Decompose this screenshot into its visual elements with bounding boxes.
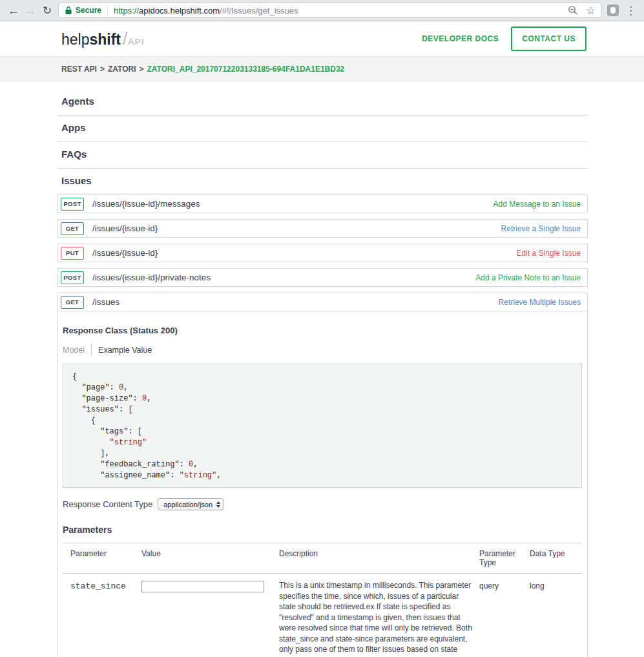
col-header-parameter-type: Parameter Type [479,549,530,567]
response-tabs: Model Example Value [63,344,582,356]
section-faqs[interactable]: FAQs [61,149,588,160]
extension-glyph [610,7,616,14]
endpoint-path: /issues/{issue-id}/messages [92,199,200,209]
tab-example-value[interactable]: Example Value [92,346,152,355]
helpshift-logo[interactable]: helpshift/API [61,29,145,49]
secure-badge: Secure [76,6,101,15]
col-header-parameter: Parameter [63,549,141,558]
endpoint-summary-link[interactable]: Add Message to an Issue [493,200,581,209]
col-header-description: Description [279,549,479,558]
endpoint-summary-link[interactable]: Add a Private Note to an Issue [475,273,581,282]
tab-model[interactable]: Model [63,346,91,355]
back-icon[interactable]: ← [5,5,22,17]
extension-icon[interactable] [607,5,619,16]
browser-chrome: ← → ↻ Secure https://apidocs.helpshift.c… [0,0,644,21]
logo-api: API [129,37,145,47]
breadcrumb-rest-api[interactable]: REST API [61,65,97,74]
logo-shift: shift [89,31,121,48]
breadcrumb: REST API > ZATORI > ZATORI_API_201707122… [0,57,644,81]
endpoint-row-post-private-notes[interactable]: POST /issues/{issue-id}/private-notes Ad… [57,268,588,287]
response-content-type-label: Response Content Type [63,499,152,509]
response-content-type-select[interactable]: application/json [158,498,223,510]
select-arrows-icon [216,501,220,508]
parameters-title: Parameters [63,525,582,535]
url-scheme: https:// [114,6,139,16]
parameter-row-state-since: state_since This is a unix timestamp in … [63,574,582,657]
breadcrumb-current[interactable]: ZATORI_API_20170712203133185-694FA1DA1E1… [147,65,345,74]
zoom-out-icon[interactable] [568,5,578,16]
endpoint-row-get-issues[interactable]: GET /issues Retrieve Multiple Issues [57,293,588,311]
browser-menu-icon[interactable]: ⋮ [625,5,636,16]
endpoint-path: /issues/{issue-id}/private-notes [92,273,211,282]
endpoint-summary-link[interactable]: Retrieve a Single Issue [501,224,581,233]
endpoint-path: /issues/{issue-id} [92,248,158,258]
selected-content-type: application/json [163,501,213,508]
response-class-title: Response Class (Status 200) [63,326,582,335]
method-badge-put: PUT [61,247,84,260]
url-text: https://apidocs.helpshift.com/#!/Issues/… [114,6,298,16]
lock-icon [65,6,72,15]
url-path: /#!/Issues/get_issues [220,6,298,16]
url-domain: apidocs.helpshift.com [139,6,220,16]
method-badge-get: GET [61,222,84,235]
endpoint-row-post-messages[interactable]: POST /issues/{issue-id}/messages Add Mes… [57,194,588,213]
forward-icon[interactable]: → [22,5,39,17]
endpoint-list: POST /issues/{issue-id}/messages Add Mes… [57,194,588,657]
section-agents[interactable]: Agents [61,96,588,107]
endpoint-summary-link[interactable]: Retrieve Multiple Issues [499,298,581,307]
method-badge-get: GET [61,296,84,309]
developer-docs-link[interactable]: DEVELOPER DOCS [422,34,499,43]
section-issues[interactable]: Issues [61,175,588,186]
endpoint-summary-link[interactable]: Edit a Single Issue [517,249,581,258]
parameter-description: This is a unix timestamp in milliseconds… [279,580,479,657]
col-header-value: Value [141,549,279,558]
logo-help: help [61,31,89,48]
col-header-data-type: Data Type [530,549,582,558]
main-content: Agents Apps FAQs Issues POST /issues/{is… [0,81,644,657]
method-badge-post: POST [61,271,84,284]
endpoint-row-put-issue[interactable]: PUT /issues/{issue-id} Edit a Single Iss… [57,244,588,262]
endpoint-row-get-issue[interactable]: GET /issues/{issue-id} Retrieve a Single… [57,219,588,238]
url-bar[interactable]: Secure https://apidocs.helpshift.com/#!/… [58,3,602,18]
state-since-input[interactable] [141,581,264,592]
endpoint-path: /issues [92,297,119,307]
reload-icon[interactable]: ↻ [39,5,56,16]
parameter-name: state_since [63,580,141,591]
parameter-type: query [479,580,530,590]
logo-slash: / [123,29,128,49]
example-json-block: { "page": 0, "page-size": 0, "issues": [… [63,364,582,488]
site-header: helpshift/API DEVELOPER DOCS CONTACT US [0,21,644,57]
breadcrumb-zatori[interactable]: ZATORI [108,65,136,74]
contact-us-button[interactable]: CONTACT US [511,26,587,51]
parameters-table-header: Parameter Value Description Parameter Ty… [63,543,582,574]
bookmark-star-icon[interactable]: ☆ [586,5,596,16]
section-apps[interactable]: Apps [61,122,588,133]
omnibox-divider [107,5,108,16]
breadcrumb-separator: > [100,65,105,74]
method-badge-post: POST [61,198,84,211]
data-type: long [530,580,582,590]
endpoint-path: /issues/{issue-id} [92,224,158,233]
operation-panel-get-issues: Response Class (Status 200) Model Exampl… [57,311,588,657]
breadcrumb-separator: > [139,65,143,74]
